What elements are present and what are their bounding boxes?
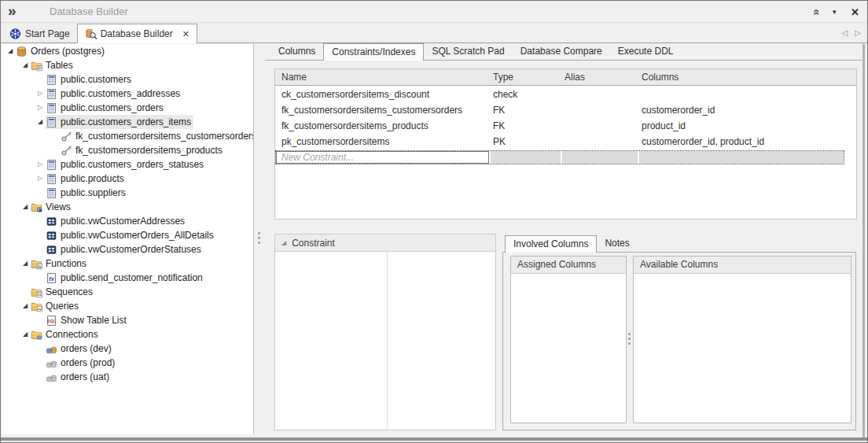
- tree-item-fk-customersordersitems-products[interactable]: fk_customersordersitems_products: [2, 143, 253, 157]
- tree-node[interactable]: Connections: [31, 327, 101, 341]
- tree-item-tables[interactable]: ◢Tables: [2, 58, 253, 72]
- tree-node[interactable]: public.vwCustomerOrderStatuses: [46, 242, 204, 257]
- columns-list-splitter[interactable]: [627, 256, 633, 423]
- doc-tab-start-page[interactable]: Start Page: [2, 24, 77, 42]
- tree-item-sequences[interactable]: 12Sequences: [2, 285, 253, 299]
- tree-item-functions[interactable]: ◢fxFunctions: [2, 257, 253, 271]
- tree-node[interactable]: orders (prod): [46, 356, 117, 370]
- view-icon: [46, 216, 57, 227]
- constraint-row-fk-customersordersitems-customersorders[interactable]: fk_customersordersitems_customersordersF…: [275, 102, 856, 118]
- tree-item-label: public.suppliers: [61, 187, 126, 198]
- tree-item-public-customers-orders-statuses[interactable]: ▷public.customers_orders_statuses: [2, 157, 253, 172]
- tree-node[interactable]: public.customers: [46, 72, 134, 87]
- tree-node[interactable]: orders (uat): [46, 370, 112, 384]
- doc-tab-database-builder[interactable]: Database Builder✕: [77, 24, 197, 43]
- tree-node[interactable]: public.customers_orders_items: [46, 115, 193, 129]
- tab-involved-columns[interactable]: Involved Columns: [505, 235, 597, 253]
- tree-item-public-vwcustomerorderstatuses[interactable]: public.vwCustomerOrderStatuses: [2, 242, 253, 257]
- tree-node[interactable]: Orders (postgres): [16, 44, 107, 58]
- tree-node[interactable]: public.vwCustomerAddresses: [46, 214, 187, 228]
- expanded-arrow-icon[interactable]: ◢: [20, 257, 31, 271]
- collapsed-arrow-icon[interactable]: ▷: [35, 87, 46, 101]
- tree-node[interactable]: public.suppliers: [46, 186, 128, 200]
- constraint-row-ck-customersordersitems-discount[interactable]: ck_customersordersitems_discountcheck: [275, 87, 856, 102]
- close-tab-icon[interactable]: ✕: [182, 29, 189, 39]
- tree-item-orders-prod[interactable]: orders (prod): [2, 356, 253, 370]
- tree-item-public-customers[interactable]: public.customers: [2, 72, 253, 87]
- chevrons-up-icon[interactable]: »: [808, 9, 822, 15]
- expanded-arrow-icon[interactable]: ◢: [20, 58, 31, 72]
- caret-down-icon[interactable]: ▼: [831, 9, 837, 16]
- tree-item-public-send-customer-notification[interactable]: fxpublic.send_customer_notification: [2, 271, 253, 285]
- chevrons-right-icon[interactable]: »: [8, 1, 17, 21]
- tree-node[interactable]: public.vwCustomerOrders_AllDetails: [46, 228, 216, 242]
- tree-item-orders-postgres[interactable]: ◢Orders (postgres): [2, 44, 253, 58]
- tree-node[interactable]: orders (dev): [46, 341, 114, 356]
- tree-item-label: public.vwCustomerOrderStatuses: [61, 244, 201, 255]
- column-header-type[interactable]: Type: [487, 72, 558, 83]
- expanded-arrow-icon[interactable]: ◢: [20, 299, 31, 313]
- tab-database-compare[interactable]: Database Compare: [513, 43, 610, 60]
- tree-node[interactable]: public.customers_addresses: [46, 87, 182, 101]
- tree-item-connections[interactable]: ◢Connections: [2, 327, 253, 341]
- constraint-row-pk-customersordersitems[interactable]: pk_customersordersitemsPKcustomerorder_i…: [275, 134, 856, 150]
- column-header-alias[interactable]: Alias: [558, 72, 635, 83]
- tab-notes[interactable]: Notes: [597, 235, 637, 252]
- tree-item-public-customers-orders[interactable]: ▷public.customers_orders: [2, 101, 253, 115]
- tab-columns[interactable]: Columns: [270, 43, 323, 60]
- tree-node[interactable]: fk_customersordersitems_products: [61, 143, 225, 157]
- expanded-arrow-icon[interactable]: ◢: [20, 200, 31, 214]
- tree-node[interactable]: public.customers_orders: [46, 101, 166, 115]
- column-header-name[interactable]: Name: [275, 72, 487, 83]
- tree-node[interactable]: SQLShow Table List: [46, 313, 129, 327]
- tree-item-show-table-list[interactable]: SQLShow Table List: [2, 313, 253, 327]
- tree-item-orders-dev[interactable]: orders (dev): [2, 341, 253, 356]
- tab-scroll-left-icon[interactable]: ◁: [842, 28, 848, 37]
- splitter-grip-icon: [258, 232, 260, 234]
- available-columns-list[interactable]: Available Columns: [633, 256, 851, 423]
- expanded-arrow-icon[interactable]: ◢: [35, 115, 46, 129]
- constraint-row-fk-customersordersitems-products[interactable]: fk_customersordersitems_productsFKproduc…: [275, 118, 856, 134]
- tab-sql-scratch-pad[interactable]: SQL Scratch Pad: [424, 43, 512, 60]
- constraint-panel-header[interactable]: ◢ Constraint: [275, 234, 495, 252]
- tab-constraints-indexes[interactable]: Constraints/Indexes: [323, 43, 424, 61]
- collapsed-arrow-icon[interactable]: ▷: [35, 172, 46, 186]
- collapsed-arrow-icon[interactable]: ▷: [35, 101, 46, 115]
- tree-item-public-products[interactable]: ▷public.products: [2, 172, 253, 186]
- tree-node[interactable]: public.customers_orders_statuses: [46, 157, 206, 172]
- expanded-arrow-icon[interactable]: ◢: [20, 327, 31, 341]
- tab-scroll-right-icon[interactable]: ▷: [855, 28, 861, 37]
- tree-item-views[interactable]: ◢Views: [2, 200, 253, 214]
- new-constraint-input[interactable]: New Constraint...: [276, 151, 489, 164]
- table-icon: [46, 159, 57, 171]
- constraint-detail-panel: Involved ColumnsNotes Assigned Columns A…: [502, 234, 856, 430]
- tree-node[interactable]: Tables: [31, 58, 75, 72]
- tree-item-label: fk_customersordersitems_customersorders: [75, 131, 254, 142]
- tab-execute-ddl[interactable]: Execute DDL: [610, 43, 682, 60]
- tree-node[interactable]: public.products: [46, 172, 127, 186]
- tree-item-queries[interactable]: ◢sqlQueries: [2, 299, 253, 313]
- tree-item-public-customers-orders-items[interactable]: ◢public.customers_orders_items: [2, 115, 253, 129]
- collapse-section-icon[interactable]: ◢: [281, 239, 286, 246]
- tree-item-orders-uat[interactable]: orders (uat): [2, 370, 253, 384]
- tree-item-public-customers-addresses[interactable]: ▷public.customers_addresses: [2, 87, 253, 101]
- tree-item-public-vwcustomeraddresses[interactable]: public.vwCustomerAddresses: [2, 214, 253, 228]
- tree-node[interactable]: 12Sequences: [31, 285, 95, 299]
- column-header-columns[interactable]: Columns: [635, 72, 856, 83]
- tree-item-public-vwcustomerorders-alldetails[interactable]: public.vwCustomerOrders_AllDetails: [2, 228, 253, 242]
- tree-item-public-suppliers[interactable]: public.suppliers: [2, 186, 253, 200]
- close-window-icon[interactable]: ✕: [851, 6, 859, 18]
- tree-node[interactable]: sqlQueries: [31, 299, 81, 313]
- collapsed-arrow-icon[interactable]: ▷: [35, 157, 46, 172]
- tree-node[interactable]: fk_customersordersitems_customersorders: [61, 129, 254, 143]
- database-icon: [16, 46, 28, 57]
- expanded-arrow-icon[interactable]: ◢: [5, 44, 16, 58]
- tree-node[interactable]: Views: [31, 200, 73, 214]
- assigned-columns-list[interactable]: Assigned Columns: [510, 256, 627, 423]
- constraints-table: NameTypeAliasColumns ck_customersordersi…: [274, 68, 857, 220]
- tree-node[interactable]: fxpublic.send_customer_notification: [46, 271, 205, 285]
- tree-panel-splitter[interactable]: [254, 44, 265, 434]
- tree-node[interactable]: fxFunctions: [31, 257, 89, 271]
- new-constraint-row[interactable]: New Constraint...: [275, 150, 844, 164]
- tree-item-fk-customersordersitems-customersorders[interactable]: fk_customersordersitems_customersorders: [2, 129, 253, 143]
